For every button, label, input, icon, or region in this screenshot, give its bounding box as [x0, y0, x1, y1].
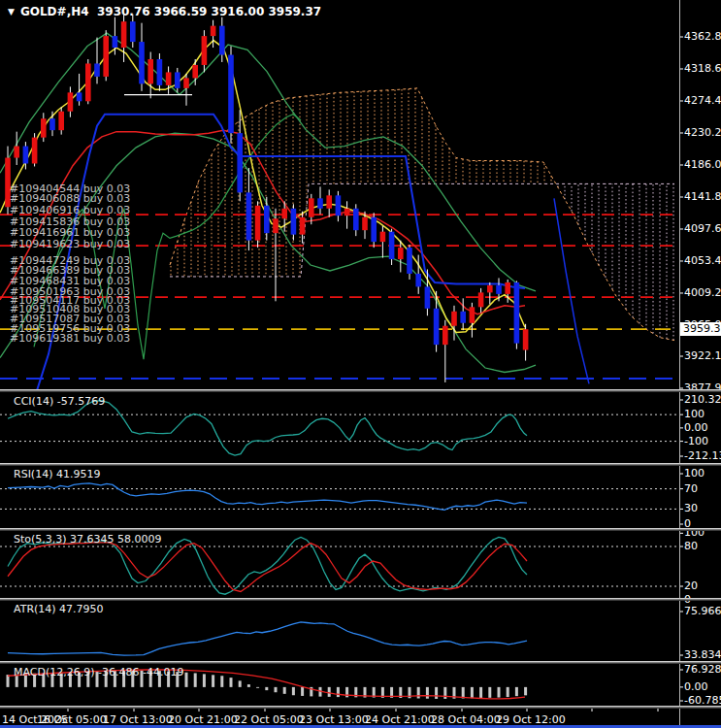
- candle-bullish: [41, 118, 47, 137]
- candle-bullish: [103, 36, 109, 77]
- candle-bearish: [49, 118, 55, 130]
- candle-bearish: [460, 312, 466, 323]
- stochastic-main-line: [8, 537, 527, 594]
- cci-panel-plot[interactable]: [0, 401, 679, 455]
- stochastic-signal-line: [8, 543, 527, 592]
- atr-panel-plot[interactable]: [8, 622, 527, 655]
- panel-splitter[interactable]: [0, 706, 721, 709]
- candle-bearish: [389, 232, 395, 259]
- candle-bullish: [309, 198, 314, 216]
- candle-bearish: [496, 285, 502, 294]
- candle-bullish: [211, 26, 216, 36]
- trading-chart-window: ▼GOLD#,H4 3930.76 3966.59 3916.00 3959.3…: [0, 0, 721, 728]
- candle-bullish: [478, 292, 484, 307]
- candle-bullish: [487, 285, 493, 292]
- price-axis-border[interactable]: [679, 0, 680, 728]
- candle-bullish: [202, 36, 208, 65]
- candle-bearish: [23, 147, 29, 164]
- macd-signal-line: [8, 670, 525, 699]
- candle-bullish: [451, 312, 457, 326]
- candle-bullish: [470, 307, 475, 322]
- candle-bearish: [434, 309, 440, 345]
- tenkan-red: [0, 130, 525, 314]
- stochastic-panel-plot[interactable]: [0, 537, 679, 594]
- rsi-panel-plot[interactable]: [0, 483, 679, 511]
- panel-splitter[interactable]: [0, 598, 721, 601]
- symbol-dropdown-arrow-icon[interactable]: ▼: [8, 7, 15, 17]
- candle-bullish: [380, 232, 386, 242]
- candle-bearish: [219, 26, 225, 55]
- candle-bullish: [85, 63, 91, 101]
- candle-bullish: [300, 217, 306, 235]
- candle-bullish: [58, 112, 64, 130]
- cci-line: [8, 401, 527, 455]
- candle-bullish: [14, 147, 19, 158]
- candle-bullish: [505, 282, 510, 294]
- candle-bearish: [371, 217, 377, 242]
- candle-bearish: [237, 133, 243, 192]
- current-price-tag: 3959.37: [680, 322, 721, 336]
- trend-segment-blue: [554, 198, 589, 383]
- candle-bullish: [68, 92, 74, 111]
- candle-bullish: [121, 21, 127, 48]
- candle-bearish: [94, 63, 100, 76]
- candle-bullish: [442, 326, 448, 345]
- candle-bearish: [264, 206, 270, 233]
- candle-bullish: [5, 158, 11, 208]
- candle-bullish: [166, 72, 172, 84]
- candle-bullish: [273, 218, 279, 233]
- panel-splitter[interactable]: [0, 528, 721, 531]
- candle-bearish: [113, 36, 118, 48]
- main-chart-plot[interactable]: [0, 15, 679, 400]
- chikou-span-green: [34, 115, 301, 359]
- rsi-line: [8, 483, 527, 511]
- chart-title: ▼GOLD#,H4 3930.76 3966.59 3916.00 3959.3…: [8, 5, 321, 18]
- candle-bearish: [175, 72, 180, 87]
- panel-splitter[interactable]: [0, 389, 721, 392]
- candle-bearish: [130, 21, 136, 42]
- candle-bearish: [415, 274, 421, 286]
- ohlc-values: 3930.76 3966.59 3916.00 3959.37: [97, 5, 321, 18]
- candle-bullish: [281, 209, 287, 218]
- candle-bearish: [336, 195, 342, 215]
- candle-bullish: [192, 65, 198, 78]
- candle-bullish: [326, 195, 332, 208]
- candle-bearish: [407, 248, 412, 274]
- candle-bullish: [255, 206, 261, 241]
- candle-bearish: [139, 42, 145, 83]
- candle-bullish: [398, 248, 404, 259]
- candle-bearish: [157, 59, 163, 85]
- panel-splitter[interactable]: [0, 661, 721, 664]
- atr-line: [8, 622, 527, 655]
- symbol-period-label: GOLD#,H4: [20, 5, 89, 18]
- panel-splitter[interactable]: [0, 463, 721, 466]
- candle-bullish: [147, 59, 153, 83]
- candle-bullish: [344, 209, 350, 215]
- candle-bearish: [77, 92, 82, 101]
- candle-bearish: [317, 198, 323, 208]
- band-lower-green: [0, 133, 536, 372]
- macd-panel-plot[interactable]: [8, 670, 526, 699]
- candle-bullish: [523, 329, 529, 349]
- candle-bearish: [228, 55, 234, 134]
- chart-canvas[interactable]: [0, 0, 721, 728]
- candle-bearish: [246, 192, 252, 240]
- candle-bearish: [514, 282, 520, 344]
- candle-bullish: [32, 138, 38, 164]
- candle-bearish: [425, 286, 431, 308]
- candle-bullish: [183, 78, 189, 87]
- candle-bearish: [291, 209, 297, 235]
- candle-bearish: [353, 209, 359, 230]
- candle-bullish: [362, 217, 368, 230]
- band-upper-green: [0, 33, 536, 291]
